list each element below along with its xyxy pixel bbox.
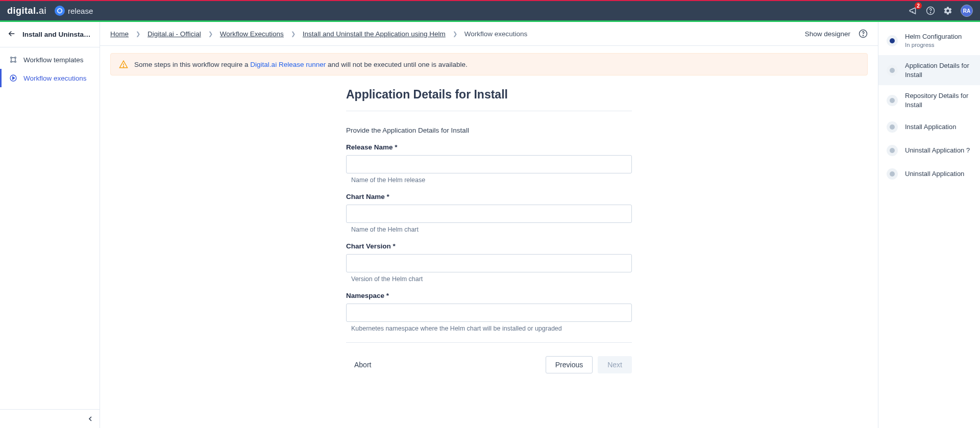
field-label: Chart Name *: [346, 193, 632, 200]
field-label: Release Name *: [346, 143, 632, 151]
alert-suffix: and will not be executed until one is av…: [326, 61, 468, 68]
chevron-right-icon: ❯: [136, 31, 140, 37]
form-title: Application Details for Install: [346, 88, 632, 111]
step-dot-icon: [887, 145, 898, 156]
chart-version-input[interactable]: [346, 254, 632, 272]
product-label: release: [68, 7, 93, 15]
product-chip: release: [55, 6, 93, 16]
field-namespace: Namespace * Kubernetes namespace where t…: [346, 292, 632, 332]
svg-point-10: [123, 66, 124, 67]
sidebar-item-label: Workflow templates: [23, 56, 84, 64]
executions-icon: [9, 74, 17, 82]
breadcrumb-official[interactable]: Digital.ai - Official: [148, 30, 201, 38]
brand-text: digital.ai: [7, 6, 46, 16]
sidebar-header: Install and Uninstall th…: [0, 22, 100, 47]
namespace-input[interactable]: [346, 304, 632, 322]
step-label: Application Details for Install: [905, 61, 972, 79]
field-help: Name of the Helm release: [346, 177, 632, 184]
templates-icon: [9, 56, 17, 64]
step-dot-icon: [887, 121, 898, 133]
breadcrumb-row: Home ❯ Digital.ai - Official ❯ Workflow …: [100, 22, 878, 46]
sidebar-item-label: Workflow executions: [23, 74, 87, 82]
chevron-left-icon: [86, 415, 94, 423]
step-label: Uninstall Application: [905, 169, 964, 179]
step-app-details[interactable]: Application Details for Install: [878, 55, 980, 85]
field-release-name: Release Name * Name of the Helm release: [346, 143, 632, 184]
breadcrumb-current: Workflow executions: [464, 30, 528, 38]
product-icon: [55, 6, 65, 16]
step-sub: In progress: [905, 41, 962, 49]
svg-point-5: [11, 61, 12, 63]
sidebar-item-templates[interactable]: Workflow templates: [0, 51, 100, 69]
field-help: Name of the Helm chart: [346, 226, 632, 233]
topbar-actions: 2 RA: [909, 5, 973, 17]
settings-icon[interactable]: [943, 6, 952, 15]
release-name-input[interactable]: [346, 155, 632, 173]
step-dot-icon: [887, 168, 898, 180]
context-help-icon[interactable]: [859, 29, 868, 38]
chart-name-input[interactable]: [346, 205, 632, 223]
user-avatar[interactable]: RA: [961, 5, 973, 17]
breadcrumb-home[interactable]: Home: [110, 30, 129, 38]
step-dot-icon: [887, 35, 898, 46]
field-help: Kubernetes namespace where the Helm char…: [346, 325, 632, 332]
back-arrow-icon[interactable]: [7, 29, 16, 40]
chevron-right-icon: ❯: [291, 31, 296, 37]
top-bar: digital.ai release 2 RA: [0, 0, 980, 20]
svg-point-6: [15, 61, 16, 63]
step-label: Uninstall Application ?: [905, 146, 970, 155]
runner-link[interactable]: Digital.ai Release runner: [250, 61, 326, 68]
step-title: Helm Configuration: [905, 32, 962, 41]
step-label: Repository Details for Install: [905, 91, 972, 109]
sidebar-title: Install and Uninstall th…: [22, 31, 92, 38]
step-dot-icon: [887, 65, 898, 76]
sidebar-collapse[interactable]: [0, 409, 100, 428]
help-icon[interactable]: [926, 6, 935, 15]
step-repo-details[interactable]: Repository Details for Install: [878, 85, 980, 115]
show-designer-link[interactable]: Show designer: [805, 30, 850, 38]
step-install-app[interactable]: Install Application: [878, 115, 980, 139]
step-uninstall-app[interactable]: Uninstall Application: [878, 162, 980, 186]
announcement-icon[interactable]: 2: [909, 6, 918, 15]
svg-point-9: [863, 35, 863, 36]
warning-icon: [119, 60, 128, 69]
sidebar-item-executions[interactable]: Workflow executions: [0, 69, 100, 87]
runner-alert: Some steps in this workflow require a Di…: [110, 53, 868, 75]
step-helm-config[interactable]: Helm Configuration In progress: [878, 26, 980, 55]
step-label: Install Application: [905, 122, 956, 132]
field-help: Version of the Helm chart: [346, 275, 632, 283]
alert-text: Some steps in this workflow require a Di…: [134, 61, 468, 68]
breadcrumb-install-uninstall[interactable]: Install and Uninstall the Application us…: [303, 30, 446, 38]
next-button: Next: [598, 356, 632, 373]
svg-point-3: [11, 57, 12, 59]
steps-panel: Helm Configuration In progress Applicati…: [878, 22, 980, 428]
svg-point-2: [930, 12, 930, 13]
abort-link[interactable]: Abort: [346, 361, 371, 369]
form-description: Provide the Application Details for Inst…: [346, 127, 632, 134]
step-uninstall-q[interactable]: Uninstall Application ?: [878, 139, 980, 162]
field-chart-version: Chart Version * Version of the Helm char…: [346, 242, 632, 283]
chevron-right-icon: ❯: [453, 31, 457, 37]
notification-badge: 2: [915, 2, 922, 9]
sidebar: Install and Uninstall th… Workflow templ…: [0, 22, 100, 428]
breadcrumb: Home ❯ Digital.ai - Official ❯ Workflow …: [110, 30, 527, 38]
field-label: Chart Version *: [346, 242, 632, 250]
step-dot-icon: [887, 95, 898, 106]
step-label: Helm Configuration In progress: [905, 32, 962, 49]
field-chart-name: Chart Name * Name of the Helm chart: [346, 193, 632, 233]
svg-point-4: [15, 57, 16, 59]
previous-button[interactable]: Previous: [546, 356, 593, 373]
brand-block: digital.ai release: [7, 6, 93, 16]
alert-prefix: Some steps in this workflow require a: [134, 61, 250, 68]
brand-logo: digital.ai: [7, 6, 46, 16]
chevron-right-icon: ❯: [208, 31, 213, 37]
field-label: Namespace *: [346, 292, 632, 299]
form-footer: Abort Previous Next: [346, 342, 632, 373]
breadcrumb-workflow-exec[interactable]: Workflow Executions: [220, 30, 284, 38]
